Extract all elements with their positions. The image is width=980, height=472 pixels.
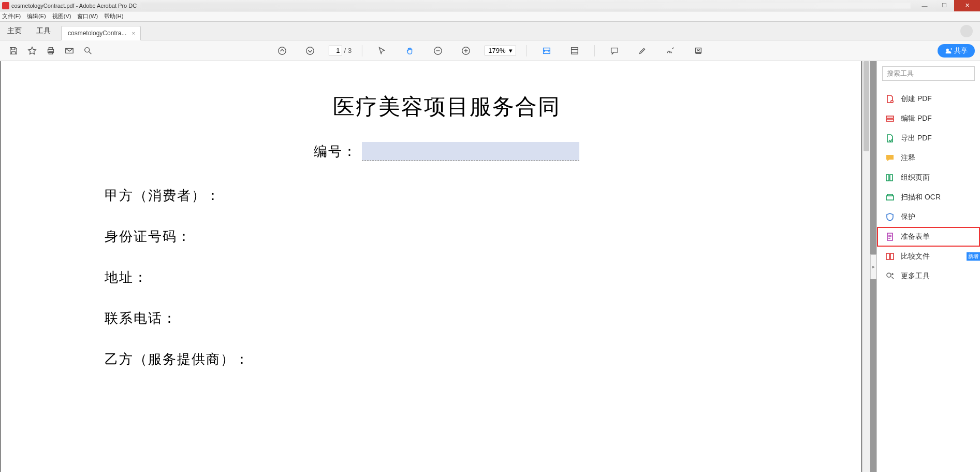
tools-panel: 搜索工具 创建 PDF 编辑 PDF 导出 PDF 注释 组织页面 <box>876 61 980 472</box>
ref-label: 编号： <box>314 144 357 159</box>
tab-close-button[interactable]: × <box>131 30 135 36</box>
phone-line: 联系电话： <box>105 309 788 327</box>
document-title: 医疗美容项目服务合同 <box>105 92 788 121</box>
menu-view[interactable]: 视图(V) <box>52 12 71 20</box>
tab-document-label: cosmetologyContra... <box>68 30 126 37</box>
toolbar-separator <box>362 45 362 56</box>
tool-label: 比较文件 <box>901 252 930 261</box>
svg-rect-17 <box>886 119 894 121</box>
fit-page-icon[interactable] <box>569 46 580 56</box>
address-line: 地址： <box>105 268 788 287</box>
tool-label: 组织页面 <box>901 173 930 182</box>
minimize-button[interactable]: — <box>915 0 934 11</box>
svg-rect-20 <box>886 196 894 200</box>
document-ref-row: 编号： <box>105 142 788 161</box>
comment-icon <box>885 153 895 163</box>
menu-bar: 文件(F) 编辑(E) 视图(V) 窗口(W) 帮助(H) <box>0 11 980 22</box>
zoom-out-icon[interactable] <box>433 46 443 56</box>
account-avatar[interactable] <box>960 25 973 37</box>
svg-rect-3 <box>49 47 52 49</box>
new-badge: 新增 <box>967 252 980 261</box>
tab-tools[interactable]: 工具 <box>29 22 58 40</box>
document-page[interactable]: 医疗美容项目服务合同 编号： 甲方（消费者）： 身份证号码： 地址： 联系电话：… <box>1 61 861 472</box>
page-sep: / <box>344 47 346 54</box>
tool-label: 注释 <box>901 153 915 163</box>
tab-home[interactable]: 主页 <box>0 22 29 40</box>
svg-rect-22 <box>890 253 894 260</box>
tool-label: 扫描和 OCR <box>901 193 941 202</box>
maximize-button[interactable]: ☐ <box>934 0 954 11</box>
more-tools-icon <box>885 271 895 281</box>
svg-rect-18 <box>886 175 889 181</box>
menu-file[interactable]: 文件(F) <box>2 12 21 20</box>
tool-scan-ocr[interactable]: 扫描和 OCR <box>877 188 980 207</box>
menu-window[interactable]: 窗口(W) <box>77 12 98 20</box>
toolbar: / 3 179% ▾ 共享 <box>0 40 980 61</box>
mail-icon[interactable] <box>64 46 75 56</box>
titlebar-blur <box>141 3 911 9</box>
close-window-button[interactable]: ✕ <box>954 0 980 11</box>
create-pdf-icon <box>885 94 895 104</box>
tool-organize[interactable]: 组织页面 <box>877 168 980 188</box>
comment-icon[interactable] <box>609 46 620 56</box>
print-icon[interactable] <box>46 46 56 56</box>
page-up-icon[interactable] <box>276 46 287 56</box>
tab-document[interactable]: cosmetologyContra... × <box>61 26 141 40</box>
svg-point-23 <box>887 273 891 277</box>
star-icon[interactable] <box>27 46 37 56</box>
scan-icon <box>885 193 895 202</box>
tool-label: 保护 <box>901 212 915 222</box>
menu-help[interactable]: 帮助(H) <box>104 12 123 20</box>
organize-icon <box>885 173 895 182</box>
ref-field[interactable] <box>362 142 579 161</box>
tab-bar: 主页 工具 cosmetologyContra... × <box>0 22 980 40</box>
tool-label: 更多工具 <box>901 271 930 281</box>
toolbar-separator <box>594 45 595 56</box>
select-tool-icon[interactable] <box>377 46 387 56</box>
svg-rect-19 <box>890 175 893 181</box>
fit-width-icon[interactable] <box>542 46 552 56</box>
party-b-line: 乙方（服务提供商）： <box>105 350 788 368</box>
svg-point-8 <box>306 47 313 54</box>
tool-export-pdf[interactable]: 导出 PDF <box>877 128 980 148</box>
vertical-scrollbar[interactable] <box>862 61 870 472</box>
page-current-input[interactable] <box>328 46 342 55</box>
sign-icon[interactable] <box>665 46 676 56</box>
tool-label: 创建 PDF <box>901 94 932 104</box>
menu-edit[interactable]: 编辑(E) <box>27 12 46 20</box>
save-icon[interactable] <box>8 46 19 56</box>
hand-tool-icon[interactable] <box>405 46 415 56</box>
highlight-icon[interactable] <box>637 46 648 56</box>
tool-edit-pdf[interactable]: 编辑 PDF <box>877 109 980 128</box>
scrollbar-thumb[interactable] <box>864 61 869 151</box>
tool-more[interactable]: 更多工具 <box>877 266 980 286</box>
export-pdf-icon <box>885 134 895 143</box>
tools-search-input[interactable]: 搜索工具 <box>882 66 975 81</box>
tool-comment[interactable]: 注释 <box>877 148 980 168</box>
tool-prepare-form[interactable]: 准备表单 <box>877 227 980 247</box>
search-icon[interactable] <box>83 46 93 56</box>
zoom-caret: ▾ <box>509 47 513 54</box>
window-titlebar: cosmetologyContract.pdf - Adobe Acrobat … <box>0 0 980 11</box>
stamp-icon[interactable] <box>693 46 704 56</box>
svg-rect-16 <box>886 116 894 118</box>
svg-point-14 <box>946 48 949 51</box>
share-button[interactable]: 共享 <box>938 44 975 58</box>
share-label: 共享 <box>954 46 968 55</box>
toolbar-separator <box>526 45 527 56</box>
tool-create-pdf[interactable]: 创建 PDF <box>877 89 980 109</box>
zoom-select[interactable]: 179% ▾ <box>485 46 516 55</box>
tool-protect[interactable]: 保护 <box>877 207 980 227</box>
svg-rect-12 <box>571 47 578 54</box>
page-down-icon[interactable] <box>304 46 315 56</box>
svg-point-7 <box>278 47 285 54</box>
zoom-in-icon[interactable] <box>461 46 471 56</box>
tool-label: 准备表单 <box>901 232 930 241</box>
app-icon <box>2 2 9 9</box>
page-total: 3 <box>348 47 352 54</box>
tool-compare[interactable]: 比较文件 <box>877 247 980 266</box>
svg-point-6 <box>85 47 90 52</box>
panel-toggle[interactable]: ▸ <box>870 254 876 279</box>
tool-label: 编辑 PDF <box>901 114 932 123</box>
compare-icon <box>885 252 895 261</box>
